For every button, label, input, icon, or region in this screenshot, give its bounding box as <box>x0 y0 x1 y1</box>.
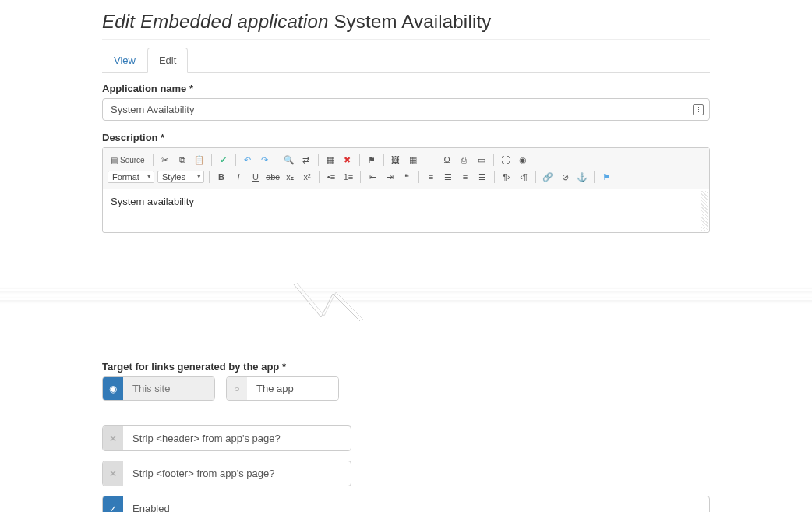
separator <box>594 171 595 183</box>
align-center-icon[interactable]: ☰ <box>441 170 455 184</box>
iframe-icon[interactable]: ▭ <box>475 153 489 167</box>
separator <box>360 171 361 183</box>
description-label: Description * <box>102 132 710 143</box>
show-blocks-icon[interactable]: ◉ <box>516 153 530 167</box>
unchecked-icon: ✕ <box>103 461 123 486</box>
image-icon[interactable]: 🖼 <box>389 153 403 167</box>
copy-icon[interactable]: ⧉ <box>175 153 189 167</box>
align-left-icon[interactable]: ≡ <box>424 170 438 184</box>
page-break-icon[interactable]: ⎙ <box>457 153 471 167</box>
bulleted-list-icon[interactable]: •≡ <box>324 170 338 184</box>
link-target-this-site[interactable]: ◉ This site <box>102 376 215 401</box>
rte-styles-select[interactable]: Styles <box>157 171 204 183</box>
checked-icon: ✓ <box>103 496 123 512</box>
remove-format-icon[interactable]: ✖ <box>341 153 355 167</box>
flag-icon[interactable]: ⚑ <box>365 153 379 167</box>
separator <box>535 171 536 183</box>
maximize-icon[interactable]: ⛶ <box>499 153 513 167</box>
document-icon: ▤ <box>111 156 118 164</box>
rich-text-editor: ▤ Source ✂ ⧉ 📋 ✔ ↶ ↷ 🔍 ⇄ ▦ <box>102 147 710 233</box>
separator <box>383 154 384 166</box>
radio-label: The app <box>247 377 338 400</box>
align-right-icon[interactable]: ≡ <box>458 170 472 184</box>
rte-source-button[interactable]: ▤ Source <box>108 154 148 166</box>
align-justify-icon[interactable]: ☰ <box>475 170 489 184</box>
select-all-icon[interactable]: ▦ <box>323 153 337 167</box>
separator <box>235 154 236 166</box>
special-char-icon[interactable]: Ω <box>440 153 454 167</box>
separator <box>359 154 360 166</box>
unchecked-icon: ✕ <box>103 426 123 450</box>
separator <box>209 171 210 183</box>
tabs: View Edit <box>102 48 710 73</box>
hr-icon[interactable]: ― <box>423 153 437 167</box>
app-name-label: Application name * <box>102 83 710 94</box>
rte-body[interactable]: System availability <box>103 189 709 232</box>
page-tear-separator <box>0 275 812 330</box>
toggle-enabled[interactable]: ✓ Enabled <box>102 496 710 512</box>
separator <box>418 171 419 183</box>
rte-format-select[interactable]: Format <box>108 171 154 183</box>
input-handle-icon: ⋮ <box>693 104 704 115</box>
ltr-icon[interactable]: ¶› <box>500 170 514 184</box>
radio-label: This site <box>123 377 214 400</box>
toggle-label: Enabled <box>123 496 709 512</box>
rte-source-label: Source <box>120 156 145 164</box>
indent-icon[interactable]: ⇥ <box>383 170 397 184</box>
find-icon[interactable]: 🔍 <box>282 153 296 167</box>
title-name: System Availability <box>334 11 491 32</box>
toggle-label: Strip <header> from app's page? <box>123 426 351 450</box>
replace-icon[interactable]: ⇄ <box>299 153 313 167</box>
outdent-icon[interactable]: ⇤ <box>365 170 380 184</box>
radio-unselected-icon: ○ <box>227 377 247 400</box>
subscript-icon[interactable]: x₂ <box>283 170 297 184</box>
tab-view-label: View <box>102 48 147 73</box>
separator <box>493 154 494 166</box>
separator <box>153 154 154 166</box>
toggle-strip-header[interactable]: ✕ Strip <header> from app's page? <box>102 425 351 451</box>
toggle-strip-footer[interactable]: ✕ Strip <footer> from app's page? <box>102 461 351 486</box>
numbered-list-icon[interactable]: 1≡ <box>341 170 355 184</box>
table-icon[interactable]: ▦ <box>406 153 420 167</box>
rtl-icon[interactable]: ‹¶ <box>517 170 531 184</box>
rte-content: System availability <box>111 196 194 207</box>
bold-icon[interactable]: B <box>214 170 228 184</box>
separator <box>318 154 319 166</box>
toggle-label: Strip <footer> from app's page? <box>123 461 351 486</box>
separator <box>211 154 212 166</box>
link-target-the-app[interactable]: ○ The app <box>226 376 339 401</box>
underline-icon[interactable]: U <box>249 170 263 184</box>
link-icon[interactable]: 🔗 <box>541 170 555 184</box>
separator <box>277 154 277 166</box>
strike-icon[interactable]: abc <box>266 170 280 184</box>
unlink-icon[interactable]: ⊘ <box>558 170 572 184</box>
rte-toolbar: ▤ Source ✂ ⧉ 📋 ✔ ↶ ↷ 🔍 ⇄ ▦ <box>103 148 709 189</box>
radio-selected-icon: ◉ <box>103 377 123 400</box>
cut-icon[interactable]: ✂ <box>158 153 172 167</box>
superscript-icon[interactable]: x² <box>300 170 314 184</box>
link-target-label: Target for links generated by the app * <box>102 361 710 373</box>
tab-edit-label: Edit <box>147 48 188 73</box>
redo-icon[interactable]: ↷ <box>258 153 272 167</box>
bookmark-icon[interactable]: ⚑ <box>599 170 613 184</box>
separator <box>494 171 495 183</box>
anchor-icon[interactable]: ⚓ <box>575 170 589 184</box>
blockquote-icon[interactable]: ❝ <box>400 170 414 184</box>
resize-handle-icon[interactable] <box>701 191 708 231</box>
app-name-input[interactable] <box>102 98 710 121</box>
page-title: Edit Embedded application System Availab… <box>102 11 710 40</box>
tab-view[interactable]: View <box>102 48 147 73</box>
italic-icon[interactable]: I <box>231 170 245 184</box>
tab-edit[interactable]: Edit <box>147 48 188 73</box>
paste-icon[interactable]: 📋 <box>192 153 207 167</box>
separator <box>319 171 320 183</box>
undo-icon[interactable]: ↶ <box>241 153 255 167</box>
spellcheck-icon[interactable]: ✔ <box>217 153 231 167</box>
title-prefix: Edit Embedded application <box>102 11 329 32</box>
